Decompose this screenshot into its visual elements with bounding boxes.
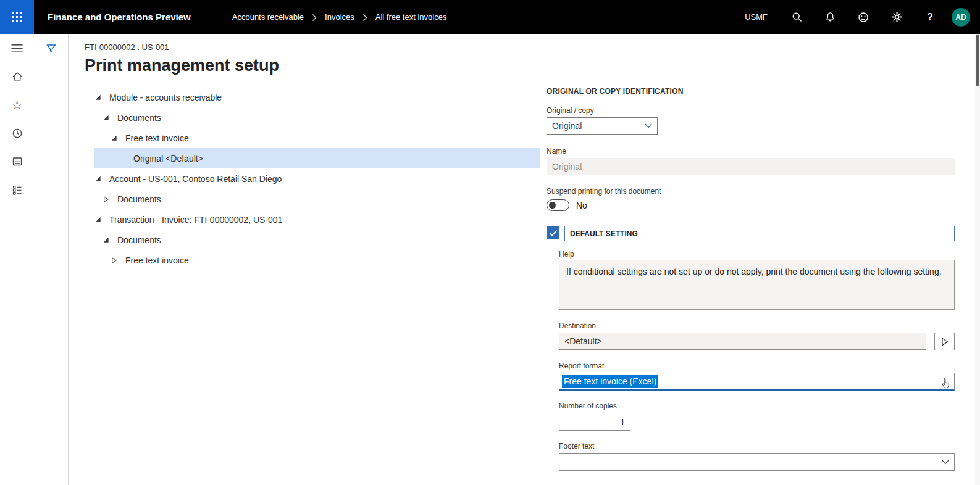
report-format-selected-text: Free text invoice (Excel)	[562, 375, 658, 388]
feedback-smiley-icon[interactable]	[847, 0, 880, 34]
menu-icon[interactable]	[0, 34, 34, 62]
caret-expanded-icon[interactable]	[94, 93, 102, 101]
caret-collapsed-icon[interactable]	[102, 195, 110, 203]
help-question-glyph: ?	[927, 12, 933, 23]
breadcrumb-item-module[interactable]: Accounts receivable	[232, 12, 304, 22]
settings-gear-icon[interactable]	[880, 0, 913, 34]
section-title: ORIGINAL OR COPY IDENTIFICATION	[547, 87, 684, 96]
name-label: Name	[547, 147, 566, 155]
scrollbar-thumb[interactable]	[976, 35, 979, 86]
tree-item-label: Free text invoice	[125, 133, 189, 143]
help-label: Help	[559, 250, 574, 259]
tree-item-label: Original <Default>	[133, 154, 203, 164]
print-settings-panel: ORIGINAL OR COPY IDENTIFICATION Original…	[547, 87, 955, 485]
tree-item[interactable]: Module - accounts receivable	[94, 87, 540, 107]
page-title: Print management setup	[85, 56, 279, 75]
chevron-right-icon	[312, 14, 317, 22]
form-icon[interactable]	[0, 147, 34, 176]
tree-item[interactable]: Free text invoice	[94, 250, 540, 270]
original-copy-select[interactable]: Original	[547, 117, 658, 135]
company-picker[interactable]: USMF	[732, 12, 780, 22]
number-of-copies-label: Number of copies	[559, 402, 617, 410]
destination-input[interactable]: <Default>	[559, 333, 926, 350]
vertical-scrollbar[interactable]	[975, 34, 980, 485]
tree-item[interactable]: Documents	[94, 189, 540, 209]
suspend-toggle-value: No	[576, 201, 587, 210]
suspend-toggle[interactable]	[547, 199, 569, 211]
help-text-box: If conditional settings are not set up o…	[559, 260, 955, 310]
default-setting-checkbox[interactable]	[547, 226, 559, 239]
tree-item[interactable]: Account - US-001, Contoso Retail San Die…	[94, 168, 540, 189]
favorites-star-icon[interactable]: ☆	[0, 91, 34, 119]
tree-item-label: Documents	[117, 235, 161, 245]
app-launcher-button[interactable]	[0, 0, 34, 34]
star-glyph: ☆	[12, 99, 22, 111]
destination-value: <Default>	[564, 336, 602, 346]
filter-funnel-icon[interactable]	[34, 36, 68, 62]
caret-collapsed-icon[interactable]	[110, 256, 118, 264]
tree-item-label: Documents	[117, 194, 161, 204]
tree-item-label: Account - US-001, Contoso Retail San Die…	[109, 174, 282, 184]
app-title[interactable]: Finance and Operations Preview	[34, 0, 207, 34]
suspend-toggle-group: No	[547, 199, 587, 211]
tree-item[interactable]: Free text invoice	[94, 128, 540, 148]
search-icon[interactable]	[780, 0, 813, 34]
tree-item-selected[interactable]: Original <Default>	[94, 148, 540, 168]
top-bar: Finance and Operations Preview Accounts …	[0, 0, 980, 34]
tree-item[interactable]: Documents	[94, 230, 540, 250]
tree-item-label: Transaction - Invoice: FTI-00000002, US-…	[109, 215, 282, 225]
main-content: FTI-00000002 : US-001 Print management s…	[69, 34, 975, 485]
name-input[interactable]	[547, 158, 955, 175]
breadcrumb: Accounts receivable Invoices All free te…	[232, 12, 447, 22]
original-copy-value: Original	[552, 121, 582, 131]
footer-text-label: Footer text	[559, 442, 594, 450]
destination-label: Destination	[559, 321, 596, 330]
recent-clock-icon[interactable]	[0, 119, 34, 147]
home-icon[interactable]	[0, 62, 34, 91]
caret-expanded-icon[interactable]	[94, 175, 102, 183]
chevron-down-icon	[942, 460, 949, 465]
caret-expanded-icon[interactable]	[102, 114, 110, 122]
caret-expanded-icon[interactable]	[102, 236, 110, 244]
destination-settings-button[interactable]	[934, 333, 955, 350]
tree-item-label: Documents	[117, 113, 161, 123]
chevron-down-icon	[645, 123, 652, 128]
tree-item-label: Free text invoice	[125, 255, 189, 265]
print-management-tree: Module - accounts receivable Documents F…	[94, 87, 540, 270]
tree-item[interactable]: Transaction - Invoice: FTI-00000002, US-…	[94, 209, 540, 230]
caret-expanded-icon[interactable]	[110, 134, 118, 142]
report-format-label: Report format	[559, 362, 604, 370]
play-arrow-icon	[941, 338, 949, 346]
notifications-bell-icon[interactable]	[813, 0, 847, 34]
top-bar-actions: USMF ? AD	[732, 0, 980, 34]
checkmark-icon	[549, 230, 558, 237]
caret-expanded-icon[interactable]	[94, 215, 102, 223]
tree-item-label: Module - accounts receivable	[109, 93, 222, 102]
suspend-label: Suspend printing for this document	[547, 187, 661, 196]
footer-text-select[interactable]	[559, 453, 955, 471]
avatar[interactable]: AD	[952, 8, 970, 27]
tree-item[interactable]: Documents	[94, 107, 540, 128]
modules-list-icon[interactable]	[0, 176, 34, 204]
report-format-input[interactable]: Free text invoice (Excel)	[559, 373, 955, 391]
original-copy-label: Original / copy	[547, 106, 594, 115]
filter-pane-rail	[34, 34, 69, 485]
help-icon[interactable]: ?	[913, 0, 947, 34]
toggle-knob	[549, 202, 556, 209]
number-of-copies-input[interactable]	[559, 413, 630, 431]
waffle-icon	[12, 12, 22, 22]
breadcrumb-item-page-group[interactable]: Invoices	[325, 12, 354, 22]
record-id: FTI-00000002 : US-001	[85, 43, 169, 52]
left-nav-rail: ☆	[0, 34, 34, 485]
breadcrumb-item-page[interactable]: All free text invoices	[375, 12, 447, 22]
chevron-right-icon	[362, 14, 367, 22]
default-setting-header[interactable]: DEFAULT SETTING	[564, 226, 955, 241]
